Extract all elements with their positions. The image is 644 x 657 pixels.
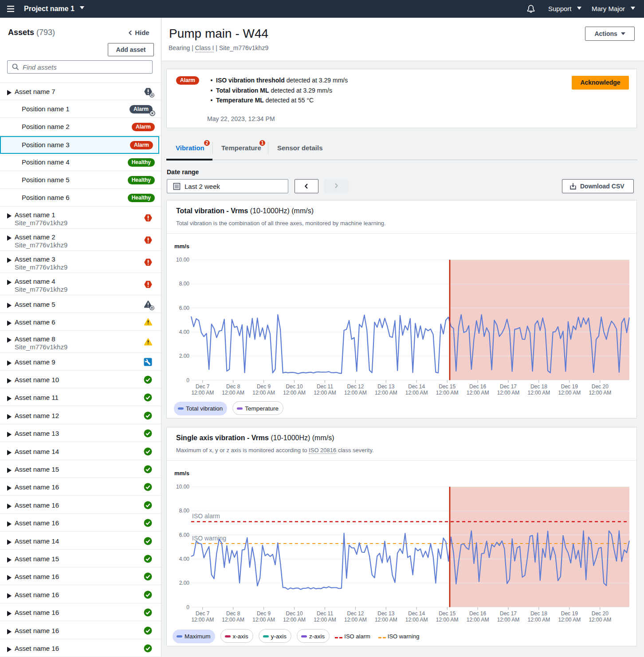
svg-text:Dec 9: Dec 9 [257,383,271,390]
svg-text:Dec 20: Dec 20 [592,610,609,617]
svg-text:0: 0 [186,604,189,610]
svg-text:12:00 AM: 12:00 AM [497,617,520,623]
svg-text:12:00 AM: 12:00 AM [467,617,489,623]
svg-text:Dec 18: Dec 18 [530,383,547,390]
svg-text:Dec 11: Dec 11 [317,383,333,390]
svg-text:Dec 16: Dec 16 [469,383,486,390]
svg-text:2.00: 2.00 [179,353,190,359]
svg-text:Dec 19: Dec 19 [561,383,578,390]
svg-text:12:00 AM: 12:00 AM [314,390,336,396]
svg-text:12:00 AM: 12:00 AM [589,390,611,396]
svg-text:Dec 7: Dec 7 [196,610,210,617]
svg-text:Dec 11: Dec 11 [317,610,333,617]
svg-text:12:00 AM: 12:00 AM [314,617,336,623]
svg-text:Dec 14: Dec 14 [408,610,425,617]
svg-text:12:00 AM: 12:00 AM [252,617,275,623]
svg-text:12:00 AM: 12:00 AM [589,617,611,623]
svg-text:4.00: 4.00 [179,329,190,335]
svg-text:12:00 AM: 12:00 AM [375,617,397,623]
svg-text:12:00 AM: 12:00 AM [405,617,428,623]
svg-text:12:00 AM: 12:00 AM [436,617,459,623]
svg-text:12:00 AM: 12:00 AM [283,617,306,623]
svg-text:12:00 AM: 12:00 AM [344,617,367,623]
svg-text:Dec 18: Dec 18 [530,610,547,617]
svg-text:Dec 19: Dec 19 [561,610,578,617]
svg-text:ISO warning: ISO warning [192,535,226,542]
svg-text:12:00 AM: 12:00 AM [497,390,520,396]
svg-text:Dec 8: Dec 8 [226,383,240,390]
svg-text:Dec 8: Dec 8 [226,610,240,617]
svg-text:Dec 20: Dec 20 [592,383,609,390]
svg-text:Dec 12: Dec 12 [347,610,364,617]
svg-text:12:00 AM: 12:00 AM [222,390,244,396]
svg-text:4.00: 4.00 [179,556,190,562]
svg-text:Dec 14: Dec 14 [408,383,425,390]
svg-text:2.00: 2.00 [179,580,190,586]
svg-text:0: 0 [186,377,189,383]
svg-text:10.00: 10.00 [176,257,189,263]
svg-text:12:00 AM: 12:00 AM [436,390,459,396]
svg-text:8.00: 8.00 [179,508,190,514]
svg-text:Dec 10: Dec 10 [286,383,303,390]
svg-text:Dec 17: Dec 17 [500,610,517,617]
svg-text:12:00 AM: 12:00 AM [283,390,306,396]
svg-text:12:00 AM: 12:00 AM [191,617,214,623]
svg-text:Dec 16: Dec 16 [469,610,486,617]
svg-text:Dec 17: Dec 17 [500,383,517,390]
svg-text:Dec 12: Dec 12 [347,383,364,390]
svg-text:12:00 AM: 12:00 AM [558,390,581,396]
svg-text:12:00 AM: 12:00 AM [558,617,581,623]
svg-text:ISO alarm: ISO alarm [192,512,220,520]
svg-text:12:00 AM: 12:00 AM [405,390,428,396]
svg-text:Dec 9: Dec 9 [257,610,271,617]
svg-text:Dec 13: Dec 13 [377,383,394,390]
svg-text:Dec 7: Dec 7 [196,383,210,390]
svg-text:12:00 AM: 12:00 AM [375,390,397,396]
svg-text:12:00 AM: 12:00 AM [222,617,244,623]
svg-text:8.00: 8.00 [179,281,190,287]
svg-text:Dec 13: Dec 13 [377,610,394,617]
svg-text:12:00 AM: 12:00 AM [344,390,367,396]
svg-text:6.00: 6.00 [179,532,190,538]
svg-text:Dec 15: Dec 15 [439,383,456,390]
svg-text:12:00 AM: 12:00 AM [528,390,550,396]
svg-text:6.00: 6.00 [179,305,190,311]
svg-text:Dec 10: Dec 10 [286,610,303,617]
svg-text:Dec 15: Dec 15 [439,610,456,617]
svg-text:10.00: 10.00 [176,484,189,490]
svg-text:12:00 AM: 12:00 AM [252,390,275,396]
svg-text:12:00 AM: 12:00 AM [191,390,214,396]
svg-text:12:00 AM: 12:00 AM [467,390,489,396]
svg-text:12:00 AM: 12:00 AM [528,617,550,623]
